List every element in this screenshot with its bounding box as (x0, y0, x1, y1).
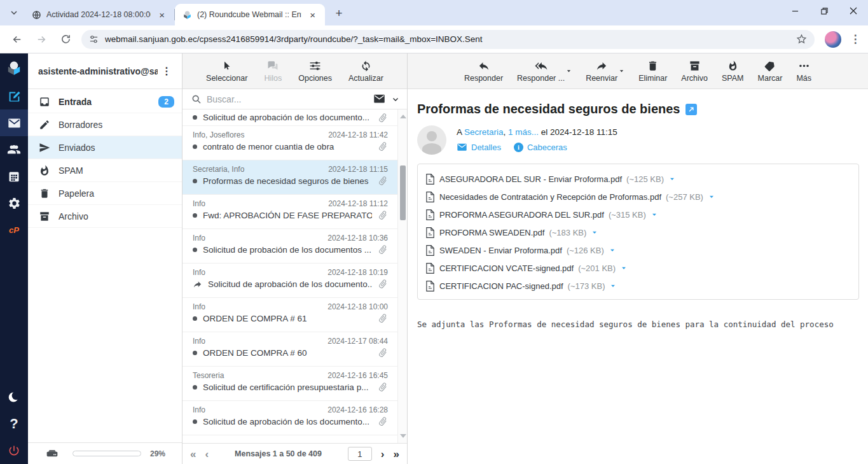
scroll-up-icon[interactable] (400, 115, 406, 118)
attachment-name[interactable]: CERTIFICACION PAC-signed.pdf (439, 281, 563, 291)
attachment-name[interactable]: PROFORMA ASEGURADORA DEL SUR.pdf (439, 210, 604, 220)
attachment-name[interactable]: SWEADEN - Enviar Proforma.pdf (439, 246, 562, 255)
reload-icon[interactable] (55, 29, 76, 50)
scrollbar-thumb[interactable] (400, 165, 406, 220)
options-button[interactable]: Opciones (298, 59, 332, 83)
bookmark-star-icon[interactable] (796, 34, 807, 45)
window-restore-button[interactable] (809, 0, 839, 22)
message-row[interactable]: Info2024-12-18 10:19Solicitud de aprobac… (183, 264, 407, 298)
reply-all-caret-icon[interactable] (566, 69, 572, 74)
attachment-menu-caret-icon[interactable] (669, 176, 675, 182)
attachment-menu-caret-icon[interactable] (621, 265, 627, 271)
message-row[interactable]: Info2024-12-18 10:00ORDEN DE COMPRA # 61 (183, 298, 407, 332)
spam-button[interactable]: SPAM (722, 59, 744, 83)
logout-power-icon[interactable] (0, 437, 28, 464)
attachment-menu-caret-icon[interactable] (609, 248, 616, 253)
select-button[interactable]: Seleccionar (206, 59, 247, 83)
last-page-button[interactable]: » (394, 449, 399, 460)
forward-icon[interactable] (31, 29, 52, 50)
folder-item-enviados[interactable]: Enviados (28, 136, 182, 159)
message-row[interactable]: Info2024-12-18 10:36Solicitud de probaci… (183, 229, 407, 264)
message-row[interactable]: Info2024-12-16 16:28Solicitud de aprobac… (183, 401, 407, 435)
attachment-item[interactable]: PROFORMA ASEGURADORA DEL SUR.pdf(~315 KB… (425, 206, 658, 223)
cpanel-icon[interactable]: cP (0, 216, 28, 243)
reply-button[interactable]: Responder (464, 59, 503, 83)
message-row[interactable]: Info2024-12-18 11:12Fwd: APROBACIÓN DE F… (183, 195, 407, 229)
page-number-input[interactable] (348, 447, 372, 461)
forward-caret-icon[interactable] (619, 69, 624, 74)
message-row[interactable]: Info2024-12-17 08:44ORDEN DE COMPRA # 60 (183, 332, 407, 367)
attachment-item[interactable]: PROFORMA SWEADEN.pdf(~183 KB) (425, 223, 598, 241)
forward-button[interactable]: Reenviar (586, 59, 617, 83)
first-page-button[interactable]: « (190, 449, 196, 460)
attachment-item[interactable]: Necesidades de Contratación y Recepción … (425, 188, 715, 206)
recipient-link[interactable]: Secretaria (464, 127, 504, 137)
message-row[interactable]: Secretaria, Info2024-12-18 11:15Proforma… (183, 160, 407, 195)
site-settings-icon[interactable] (89, 34, 99, 44)
folder-item-entrada[interactable]: Entrada2 (28, 90, 182, 113)
refresh-button[interactable]: Actualizar (348, 59, 383, 83)
window-minimize-button[interactable] (780, 0, 809, 22)
attachment-item[interactable]: CERTIFICACION PAC-signed.pdf(~173 KB) (425, 277, 616, 295)
compose-icon[interactable] (0, 83, 28, 109)
attachment-item[interactable]: CERTIFICACION VCATE-signed.pdf(~201 KB) (425, 259, 627, 277)
attachment-item[interactable]: SWEADEN - Enviar Proforma.pdf(~126 KB) (425, 241, 616, 259)
archive-button[interactable]: Archivo (681, 59, 708, 83)
window-close-button[interactable] (839, 0, 868, 22)
more-recipients-link[interactable]: 1 más... (508, 127, 539, 137)
attachment-menu-caret-icon[interactable] (651, 212, 658, 218)
pdf-file-icon (425, 263, 435, 274)
tab-close-icon[interactable]: × (156, 9, 168, 21)
attachment-name[interactable]: CERTIFICACION VCATE-signed.pdf (439, 264, 574, 273)
help-icon[interactable]: ? (0, 411, 28, 437)
folder-item-papelera[interactable]: Papelera (28, 182, 182, 205)
message-row[interactable]: Info, Joseflores2024-12-18 11:42contrato… (183, 126, 407, 160)
url-bar[interactable]: webmail.sanjuan.gob.ec/cpsess2416859914/… (81, 30, 815, 49)
attachment-menu-caret-icon[interactable] (610, 283, 616, 289)
list-scrollbar[interactable] (397, 109, 407, 443)
browser-profile-avatar[interactable] (825, 31, 841, 48)
attachment-name[interactable]: Necesidades de Contratación y Recepción … (439, 192, 661, 202)
account-header[interactable]: asistente-administrativo@sa... ⋮ (28, 53, 182, 89)
next-page-button[interactable]: › (381, 449, 385, 460)
attachment-name[interactable]: PROFORMA SWEADEN.pdf (439, 228, 544, 237)
tab-close-icon[interactable]: × (307, 9, 319, 21)
folder-item-borradores[interactable]: Borradores (28, 113, 182, 136)
message-row-partial[interactable]: Solicitud de aprobación de los documento… (183, 109, 407, 126)
browser-tab-activity[interactable]: Actividad 2024-12-18 08:00:00 × (24, 4, 174, 25)
settings-gear-icon[interactable] (0, 190, 28, 216)
folder-item-archivo[interactable]: Archivo (28, 205, 182, 228)
url-text[interactable]: webmail.sanjuan.gob.ec/cpsess2416859914/… (105, 34, 791, 44)
folder-item-spam[interactable]: SPAM (28, 159, 182, 182)
contacts-icon[interactable] (0, 136, 28, 163)
headers-link[interactable]: i Cabeceras (514, 143, 567, 152)
mail-icon[interactable] (0, 109, 28, 136)
attachment-menu-caret-icon[interactable] (591, 230, 598, 236)
calendar-icon[interactable] (0, 163, 28, 190)
open-in-new-window-icon[interactable] (685, 104, 697, 115)
scroll-down-icon[interactable] (400, 434, 406, 438)
threads-button[interactable]: Hilos (264, 59, 282, 83)
dark-mode-moon-icon[interactable] (0, 384, 28, 411)
attachment-name[interactable]: ASEGURADORA DEL SUR - Enviar Proforma.pd… (439, 174, 622, 184)
browser-tab-roundcube[interactable]: (2) Roundcube Webmail :: Envia × (175, 4, 325, 25)
message-from: Info (193, 337, 205, 346)
more-button[interactable]: Más (796, 59, 811, 83)
search-options-chevron-icon[interactable] (392, 95, 399, 103)
prev-page-button[interactable]: ‹ (205, 449, 209, 460)
back-icon[interactable] (6, 29, 28, 50)
delete-button[interactable]: Eliminar (638, 59, 667, 83)
new-tab-button[interactable]: + (330, 4, 348, 22)
search-input[interactable] (207, 94, 368, 104)
details-link[interactable]: Detalles (457, 143, 501, 152)
message-row[interactable]: Tesoreria2024-12-16 16:45Solicitud de ce… (183, 367, 407, 401)
account-menu-icon[interactable]: ⋮ (158, 65, 176, 77)
attachment-menu-caret-icon[interactable] (708, 194, 715, 200)
mark-button[interactable]: Marcar (758, 59, 783, 83)
reply-all-button[interactable]: Responder ... (517, 59, 565, 83)
roundcube-logo[interactable] (0, 53, 28, 83)
search-scope-mail-icon[interactable] (373, 94, 385, 104)
browser-menu-icon[interactable]: ⋮ (848, 32, 863, 46)
attachment-item[interactable]: ASEGURADORA DEL SUR - Enviar Proforma.pd… (425, 170, 675, 188)
tab-search-button[interactable] (5, 4, 23, 22)
